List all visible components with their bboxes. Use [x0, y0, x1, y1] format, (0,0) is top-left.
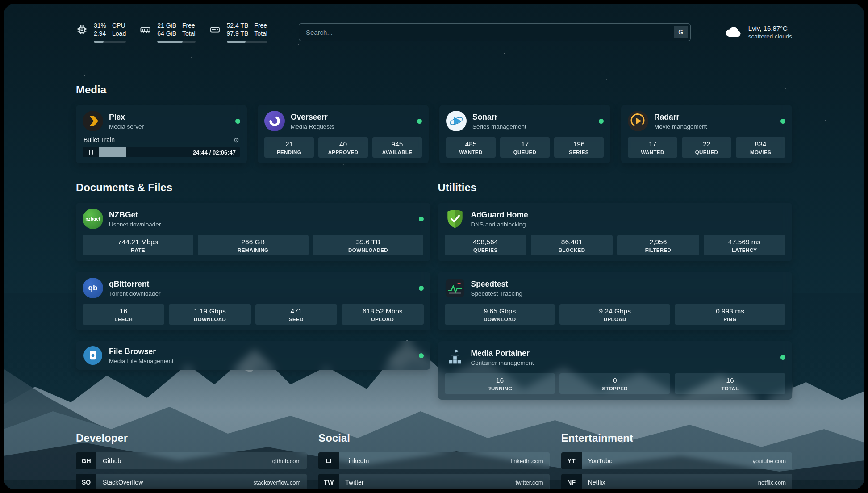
playback-progress[interactable]: 24:44 / 02:06:47: [83, 147, 240, 157]
app-card-radarr[interactable]: Radarr Movie management 17 WANTED 22 QUE…: [621, 105, 792, 163]
app-card-filebrowser[interactable]: File Browser Media File Management: [76, 341, 430, 370]
stat-tile: 16 TOTAL: [675, 373, 785, 394]
stars-decoration: [4, 4, 4, 4]
stat-label: DOWNLOAD: [447, 317, 553, 322]
bookmark-group-developer: Developer GH Github github.com SO StackO…: [76, 432, 307, 489]
app-subtitle: Media File Management: [109, 358, 174, 364]
stat-tile: 196 SERIES: [554, 137, 604, 158]
nzbget-icon-label: nzbget: [83, 209, 103, 229]
stat-tile: 47.569 ms LATENCY: [704, 235, 785, 255]
overseerr-stats: 21 PENDING 40 APPROVED 945 AVAILABLE: [264, 137, 422, 158]
cpu-label-top: CPU: [112, 21, 126, 29]
radarr-titles: Radarr Movie management: [654, 113, 707, 130]
media-grid: Plex Media server Bullet Train ⚙ 24:44 /…: [76, 105, 792, 163]
top-bar: 31% 2.94 CPU Load: [76, 4, 792, 43]
stat-value: 618.52 Mbps: [344, 307, 421, 315]
section-title-entertainment: Entertainment: [561, 432, 792, 444]
app-name: Plex: [109, 113, 144, 122]
weather-location: Lviv, 16.87°C: [748, 25, 792, 32]
bookmark-name: Netflix: [588, 479, 605, 486]
now-playing-row: Bullet Train ⚙: [83, 136, 240, 143]
disk-label-top: Free: [254, 21, 267, 29]
columns: Documents & Files nzbget NZBGet Usenet d…: [76, 181, 792, 400]
stat-label: QUERIES: [447, 247, 524, 253]
app-card-speedtest[interactable]: Speedtest Speedtest Tracking 9.65 Gbps D…: [438, 272, 793, 330]
bookmark-name: YouTube: [588, 457, 613, 464]
memory-label-top: Free: [182, 21, 196, 29]
stat-label: MOVIES: [739, 150, 783, 155]
nzbget-titles: NZBGet Usenet downloader: [109, 210, 161, 228]
bookmark-url: netflix.com: [758, 479, 786, 486]
stat-label: BLOCKED: [534, 247, 610, 253]
stat-value: 1.19 Gbps: [171, 307, 248, 315]
stat-tile: 485 WANTED: [446, 137, 496, 158]
stat-value: 834: [739, 140, 783, 148]
stat-tile: 21 PENDING: [264, 137, 314, 158]
bookmark-abbr: TW: [318, 474, 339, 489]
sonarr-icon: [446, 111, 467, 131]
bookmark-netflix[interactable]: NF Netflix netflix.com: [561, 474, 792, 489]
search-input[interactable]: [299, 29, 674, 36]
header-divider: [76, 51, 792, 51]
memory-icon: [139, 24, 151, 36]
stat-tile: 16 LEECH: [83, 304, 164, 325]
app-name: Media Portainer: [471, 349, 534, 358]
bookmarks: Developer GH Github github.com SO StackO…: [76, 432, 792, 489]
stat-tile: 9.65 Gbps DOWNLOAD: [445, 304, 555, 325]
bookmark-stackoverflow[interactable]: SO StackOverflow stackoverflow.com: [76, 474, 307, 489]
app-card-plex[interactable]: Plex Media server Bullet Train ⚙ 24:44 /…: [76, 105, 247, 163]
bookmark-youtube[interactable]: YT YouTube youtube.com: [561, 452, 792, 469]
stat-tile: 471 SEED: [255, 304, 337, 325]
bookmark-abbr: YT: [561, 452, 582, 469]
stat-value: 744.21 Mbps: [85, 238, 191, 246]
app-card-qbittorrent[interactable]: qb qBittorrent Torrent downloader 16: [76, 272, 430, 330]
app-card-adguard[interactable]: AdGuard Home DNS and adblocking 498,564 …: [438, 203, 793, 261]
stat-value: 0.993 ms: [677, 307, 783, 315]
stat-value: 196: [557, 140, 601, 148]
app-subtitle: Series management: [472, 123, 526, 130]
bookmark-group-social: Social LI LinkedIn linkedin.com TW Twitt…: [318, 432, 549, 489]
app-subtitle: Usenet downloader: [109, 221, 161, 228]
stat-value: 9.65 Gbps: [447, 307, 553, 315]
app-card-overseerr[interactable]: Overseerr Media Requests 21 PENDING 40 A…: [258, 105, 429, 163]
app-name: NZBGet: [109, 210, 161, 220]
app-name: AdGuard Home: [471, 210, 528, 220]
app-subtitle: Media server: [109, 123, 144, 130]
bookmark-linkedin[interactable]: LI LinkedIn linkedin.com: [318, 452, 549, 469]
cpu-labels: CPU Load: [112, 21, 126, 38]
overseerr-icon: [264, 111, 285, 131]
disk-icon: [209, 24, 221, 36]
section-title-documents: Documents & Files: [76, 181, 430, 194]
qbittorrent-titles: qBittorrent Torrent downloader: [109, 280, 161, 297]
bookmark-url: youtube.com: [753, 458, 786, 464]
app-card-portainer[interactable]: Media Portainer Container management 16 …: [438, 341, 793, 400]
stat-tile: 744.21 Mbps RATE: [83, 235, 193, 255]
adguard-icon: [445, 209, 465, 229]
stat-label: LEECH: [85, 317, 162, 322]
stat-label: LATENCY: [706, 247, 783, 253]
gear-icon[interactable]: ⚙: [234, 137, 239, 143]
app-subtitle: Media Requests: [291, 123, 334, 130]
stat-value: 16: [677, 376, 783, 384]
bookmark-github[interactable]: GH Github github.com: [76, 452, 307, 469]
adguard-stats: 498,564 QUERIES 86,401 BLOCKED 2,956 FIL…: [445, 235, 786, 255]
stat-tile: 22 QUEUED: [682, 137, 731, 158]
stat-value: 2,956: [620, 238, 696, 246]
app-name: Overseerr: [291, 113, 334, 122]
status-dot: [419, 353, 424, 358]
search-engine-button[interactable]: G: [674, 26, 688, 38]
cpu-load-value: 2.94: [94, 29, 106, 38]
speedtest-icon: [445, 278, 465, 298]
stat-value: 9.24 Gbps: [562, 307, 668, 315]
stat-tile: 266 GB REMAINING: [198, 235, 309, 255]
app-card-nzbget[interactable]: nzbget NZBGet Usenet downloader 744.21 M…: [76, 203, 430, 261]
disk-label-bottom: Total: [254, 29, 267, 38]
utilities-column: Utilities: [438, 181, 793, 400]
stat-label: RUNNING: [447, 386, 553, 391]
stat-tile: 834 MOVIES: [736, 137, 785, 158]
pause-icon[interactable]: [83, 147, 99, 157]
app-card-sonarr[interactable]: Sonarr Series management 485 WANTED 17 Q…: [439, 105, 610, 163]
app-subtitle: Movie management: [654, 123, 707, 130]
cloud-icon: [725, 25, 743, 39]
bookmark-twitter[interactable]: TW Twitter twitter.com: [318, 474, 549, 489]
